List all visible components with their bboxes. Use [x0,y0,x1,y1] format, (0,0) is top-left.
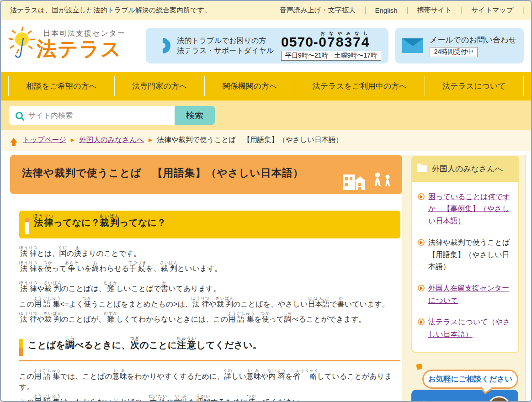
breadcrumb-home[interactable]: トップページ [23,135,66,145]
logo-text: 日本司法支援センター 法テラス [37,26,126,59]
support-dial-box: 法的トラブルでお困りの方 法テラス・サポートダイヤル 0570-0お7な8や3み… [146,28,388,63]
section-heading-2: ことばを調しらべるときに、次つぎのことに注意ちゅういしてください。 [19,336,400,361]
main-column: 法律や裁判で使うことば 【用語集】（やさしい日本語） [10,155,402,402]
paragraph-3: この用語集ようごしゅうでは、ことばの意味いみをわかりやすくするために、詳くわしい… [19,368,400,402]
sidebar-header: 外国人のみなさんへ [411,156,519,182]
site-header: 日本司法支援センター 法テラス 法的トラブルでお困りの方 法テラス・サポートダイ… [1,20,531,72]
phone-label: 法的トラブルでお困りの方 法テラス・サポートダイヤル [177,36,274,56]
breadcrumb-current: 法律や裁判で使うことば 【用語集】（やさしい日本語） [157,135,343,145]
banner-speech-bubble: お気軽にご相談ください [422,370,518,389]
search-field-wrap [9,106,175,125]
site-search-bar: 検索 [1,100,531,130]
play-circle-icon [418,285,425,291]
global-nav: 相談をご希望の方へ 法専門家の方へ 関係機関の方へ 法テラスをご利用中の方へ 法… [1,72,531,100]
search-icon [16,112,23,119]
phone-number-block: 0570-0お7な8や3み7な4し 平日9時〜21時 土曜9時〜17時 [281,31,381,61]
sidebar-link[interactable]: 困っていることは何ですか 【事例集】（やさしい日本語） [428,191,514,227]
paragraph-1: 法律ほうりつとは、国くにの決きまりのことです。 法律ほうりつを使つかって争あらそ… [19,245,400,274]
link-sitemap[interactable]: サイトマップ [465,6,520,15]
nav-item-related-organizations[interactable]: 関係機関の方へ [204,76,294,96]
orange-divider [19,360,400,361]
nav-item-legal-professionals[interactable]: 法専門家の方へ [114,76,204,96]
phone-number: 0570-0お7な8や3み7な4し [281,31,381,50]
link-english[interactable]: English [369,6,404,14]
chevron-right-icon: ▶ [149,137,152,143]
separator: ｜ [362,6,369,15]
sidebar-item-residence-support-center: 外国人在留支援センターについて [418,282,514,307]
exclamation-icon [415,361,422,370]
breadcrumb-parent[interactable]: 外国人のみなさんへ [79,135,144,145]
link-text-to-speech[interactable]: 音声読み上げ・文字拡大 [273,6,362,15]
breadcrumb: トップページ ▶ 外国人のみなさんへ ▶ 法律や裁判で使うことば 【用語集】（や… [1,130,531,151]
nav-item-current-users[interactable]: 法テラスをご利用中の方へ [295,76,425,96]
mail-contact-box[interactable]: メールでのお問い合わせ 24時間受付中 [395,28,524,63]
page-title-banner: 法律や裁判で使うことば 【用語集】（やさしい日本語） [10,155,402,194]
sidebar-menu: 困っていることは何ですか 【事例集】（やさしい日本語） 法律や裁判で使うことば … [411,182,519,353]
heading-accent-bar [19,339,23,356]
mail-hours-badge: 24時間受付中 [430,47,478,57]
browser-page: 法テラスは、国が設立した法的トラブル解決の総合案内所です。 音声読み上げ・文字拡… [0,0,532,402]
separator: ｜ [458,6,465,15]
folder-icon [417,165,427,172]
paragraph-2: 法律ほうりつや裁判さいばんのことばは、難むずかしいことばで書かいてあります。 こ… [19,280,400,324]
mail-icon [402,38,423,53]
brand-name: 法テラス [37,38,126,59]
sun-logo-icon [8,26,35,65]
right-column: 外国人のみなさんへ 困っていることは何ですか 【事例集】（やさしい日本語） 法律… [402,155,526,402]
houterasu-logo[interactable]: 日本司法支援センター 法テラス [8,26,146,65]
nav-item-consultation[interactable]: 相談をご希望の方へ [8,76,114,96]
sidebar-item-case-examples: 困っていることは何ですか 【事例集】（やさしい日本語） [418,191,514,227]
phone-hours: 平日9時〜21時 土曜9時〜17時 [281,51,381,61]
play-circle-icon [418,239,425,246]
link-mobile-site[interactable]: 携帯サイト [410,6,458,15]
sidebar-item-glossary-current: 法律や裁判で使うことば 【用語集】（やさしい日本語） [418,237,514,273]
sidebar-link[interactable]: 法テラスについて（やさしい日本語） [428,316,514,340]
consultation-banner[interactable]: お気軽にご相談ください もっと [411,362,519,402]
separator: ｜ [520,6,527,15]
page-body: 法律や裁判で使うことば 【用語集】（やさしい日本語） [1,151,531,402]
sidebar-current-page: 法律や裁判で使うことば 【用語集】（やさしい日本語） [428,237,514,273]
section-heading-1-text: 法律ほうりつってなに？裁判さいばんってなに？ [33,214,166,234]
page-right-gutter [526,155,532,402]
top-utility-bar: 法テラスは、国が設立した法的トラブル解決の総合案内所です。 音声読み上げ・文字拡… [1,1,531,20]
buildings-people-icon [343,171,394,192]
page-title: 法律や裁判で使うことば 【用語集】（やさしい日本語） [22,166,303,184]
article-content: 法律ほうりつってなに？裁判さいばんってなに？ 法律ほうりつとは、国くにの決きまり… [10,211,402,402]
sidebar-link[interactable]: 外国人在留支援センターについて [428,282,514,307]
search-group: 検索 [9,106,215,125]
org-name: 日本司法支援センター [43,29,126,38]
section-heading-2-text: ことばを調しらべるときに、次つぎのことに注意ちゅういしてください。 [28,336,261,356]
home-icon[interactable] [10,138,17,143]
phone-icon [152,35,174,57]
sidebar-item-about-houterasu: 法テラスについて（やさしい日本語） [418,316,514,340]
search-input[interactable] [28,111,168,120]
heading-accent-bar [25,218,29,234]
play-circle-icon [418,193,425,200]
utility-links: 音声読み上げ・文字拡大 ｜ English ｜ 携帯サイト ｜ サイトマップ ｜ [273,6,527,15]
site-tagline: 法テラスは、国が設立した法的トラブル解決の総合案内所です。 [10,6,211,15]
separator: ｜ [404,6,411,15]
chevron-right-icon: ▶ [71,137,74,143]
section-heading-1: 法律ほうりつってなに？裁判さいばんってなに？ [19,211,400,238]
sidebar-title: 外国人のみなさんへ [432,164,503,174]
nav-item-about[interactable]: 法テラスについて [425,76,524,96]
banner-blue-box: もっと [411,390,518,402]
mail-text: メールでのお問い合わせ 24時間受付中 [430,35,516,57]
play-circle-icon [418,318,425,325]
search-button[interactable]: 検索 [175,106,215,125]
